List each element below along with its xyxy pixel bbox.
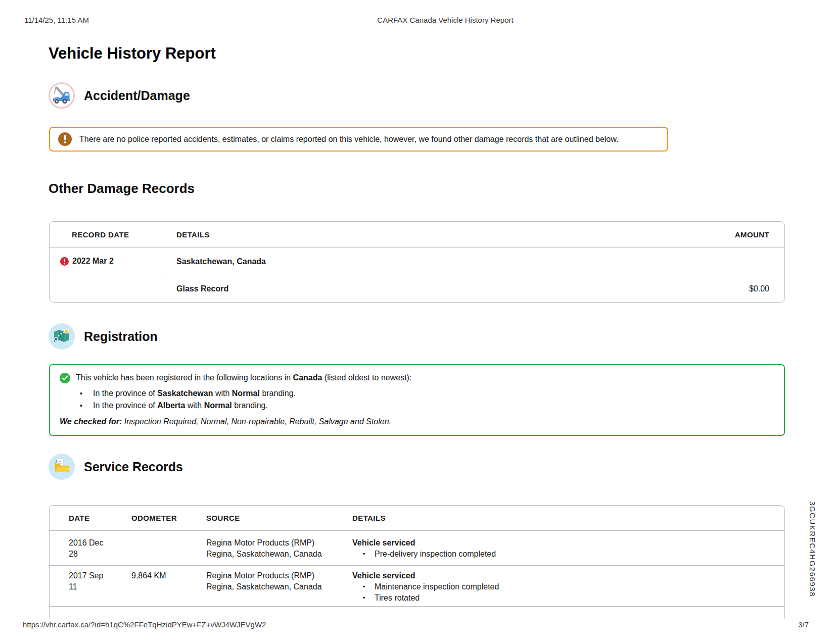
registration-section-header: Registration <box>48 323 158 350</box>
registration-summary-box: This vehicle has been registered in the … <box>49 364 785 436</box>
registration-location-item: In the province of Alberta with Normal b… <box>60 400 774 412</box>
service-source: Regina Motor Products (RMP) Regina, Sask… <box>206 570 352 604</box>
warning-icon <box>58 132 72 146</box>
map-route-icon <box>48 323 75 350</box>
service-source: Regina Motor Products (RMP) Regina, Sask… <box>206 537 352 560</box>
page-title: Vehicle History Report <box>49 44 216 63</box>
table-row: 2022 Mar 2 Saskatchewan, Canada Glass Re… <box>50 248 784 302</box>
registration-location-item: In the province of Saskatchewan with Nor… <box>60 387 774 400</box>
column-details: DETAILS <box>352 514 784 522</box>
damage-alert-banner: There are no police reported accidents, … <box>49 127 668 152</box>
service-date: 2017 Sep 11 <box>50 570 131 604</box>
service-record-row: 2016 Dec 28 Regina Motor Products (RMP) … <box>50 531 784 566</box>
column-details: DETAILS <box>161 230 735 239</box>
tow-truck-icon <box>48 82 75 109</box>
other-damage-table-header: RECORD DATE DETAILS AMOUNT <box>50 222 784 248</box>
print-doc-title: CARFAX Canada Vehicle History Report <box>377 16 513 24</box>
service-date: 2016 Dec 28 <box>50 537 131 560</box>
damage-detail-row: Saskatchewan, Canada <box>161 248 784 275</box>
service-records-section-header: Service Records <box>48 453 183 480</box>
other-damage-table: RECORD DATE DETAILS AMOUNT 2022 Mar 2 Sa… <box>49 221 785 303</box>
service-records-title: Service Records <box>84 460 183 474</box>
service-detail-item: Pre-delivery inspection completed <box>352 549 784 560</box>
column-date: DATE <box>50 514 131 522</box>
service-details: Vehicle serviced Pre-delivery inspection… <box>352 537 784 560</box>
damage-location: Saskatchewan, Canada <box>176 257 266 266</box>
service-record-row: 2017 Sep 11 9,864 KM Regina Motor Produc… <box>50 566 784 607</box>
accident-damage-title: Accident/Damage <box>84 88 190 103</box>
print-datetime: 11/14/25, 11:15 AM <box>24 16 89 24</box>
footer-url: https://vhr.carfax.ca/?id=h1qC%2FFeTqHzi… <box>23 620 266 629</box>
registration-locations: In the province of Saskatchewan with Nor… <box>60 387 774 412</box>
record-date-cell: 2022 Mar 2 <box>50 248 161 302</box>
damage-type: Glass Record <box>176 284 228 293</box>
registration-title: Registration <box>84 329 158 344</box>
error-badge-icon <box>60 257 69 266</box>
accident-damage-section-header: Accident/Damage <box>48 82 190 109</box>
damage-alert-text: There are no police reported accidents, … <box>79 135 618 144</box>
service-records-table: DATE ODOMETER SOURCE DETAILS 2016 Dec 28… <box>49 505 785 619</box>
service-details: Vehicle serviced Maintenance inspection … <box>352 570 784 604</box>
service-odometer <box>131 537 206 560</box>
damage-amount: $0.00 <box>749 284 769 293</box>
other-damage-heading: Other Damage Records <box>49 181 195 196</box>
column-record-date: RECORD DATE <box>50 230 161 239</box>
check-icon <box>60 373 70 383</box>
we-checked-for-note: We checked for: Inspection Required, Nor… <box>60 416 774 427</box>
column-amount: AMOUNT <box>735 230 784 239</box>
column-source: SOURCE <box>206 514 352 522</box>
damage-detail-row: Glass Record $0.00 <box>161 275 784 302</box>
record-date: 2022 Mar 2 <box>72 257 114 266</box>
folder-icon <box>48 453 75 480</box>
service-table-header: DATE ODOMETER SOURCE DETAILS <box>50 506 784 531</box>
column-odometer: ODOMETER <box>131 514 206 522</box>
registration-summary: This vehicle has been registered in the … <box>76 372 411 383</box>
service-detail-item: Maintenance inspection completed <box>352 581 784 592</box>
service-odometer: 9,864 KM <box>131 570 206 604</box>
vin-watermark: 3GCUKREC4HG266938 <box>808 501 817 597</box>
service-detail-item: Tires rotated <box>352 592 784 604</box>
footer-page-number: 3/7 <box>798 620 809 629</box>
